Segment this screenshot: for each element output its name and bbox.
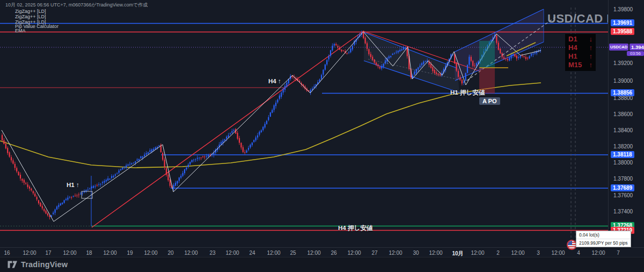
- price-level-badge: 1.39588: [611, 28, 634, 35]
- time-tick: 18: [77, 250, 101, 256]
- up-arrow-icon: ↑: [589, 44, 593, 52]
- tradingview-logo[interactable]: TradingView: [8, 260, 68, 269]
- price-tick: 1.39000: [609, 78, 644, 84]
- time-tick: 17: [36, 250, 60, 256]
- price-level-badge: 1.37689: [611, 184, 634, 191]
- tradingview-logo-text: TradingView: [21, 260, 68, 269]
- annotation-label[interactable]: H4 押し安値: [338, 224, 372, 232]
- time-tick: 16: [0, 250, 19, 256]
- time-axis[interactable]: 1612:001712:001812:001912:002012:002312:…: [0, 247, 644, 257]
- current-price-badge: USDCAD1.3940003:56: [609, 44, 644, 56]
- price-tick: 1.38400: [609, 127, 644, 133]
- legend-item[interactable]: EMA: [15, 28, 26, 33]
- bar-countdown: 03:56: [627, 51, 644, 56]
- tooltip-lot-size: 0.04 lot(s): [576, 231, 631, 239]
- annotation-label[interactable]: H1 ↑: [67, 182, 79, 188]
- mtf-trend-panel[interactable]: D1↓H4↑H1↑M15↑: [565, 34, 596, 71]
- mtf-row-m15: M15↑: [568, 61, 592, 69]
- creation-note: 10月 02, 2025 06:56 UTC+7, m0607366がTradi…: [5, 2, 148, 9]
- tradingview-chart-window: 10月 02, 2025 06:56 UTC+7, m0607366がTradi…: [0, 0, 644, 272]
- mtf-timeframe: H1: [568, 52, 577, 61]
- legend-item[interactable]: ZigZag++ [LD]: [15, 9, 46, 14]
- mtf-timeframe: D1: [568, 35, 577, 44]
- time-tick: 24: [240, 250, 264, 256]
- tooltip-pip-value: 2109.99JPY per 50 pips: [576, 239, 631, 247]
- mtf-row-d1: D1↓: [568, 35, 592, 44]
- chart-pane[interactable]: [0, 0, 608, 247]
- price-axis[interactable]: 1.398001.396911.39588USDCAD1.3940003:561…: [608, 0, 644, 247]
- time-tick: 25: [281, 250, 305, 256]
- bear-flag-shade: [364, 32, 459, 92]
- mtf-row-h4: H4↑: [568, 44, 592, 52]
- mtf-timeframe: H4: [568, 44, 577, 52]
- mtf-timeframe: M15: [568, 61, 582, 69]
- price-tick: 1.38800: [609, 95, 644, 101]
- price-tick: 1.38600: [609, 111, 644, 117]
- up-arrow-icon: ↑: [589, 52, 593, 61]
- chart-canvas[interactable]: [0, 0, 608, 247]
- time-tick: 7: [606, 250, 630, 256]
- mtf-row-h1: H1↑: [568, 52, 592, 61]
- price-tick: 1.37400: [609, 209, 644, 214]
- time-tick: 19: [118, 250, 142, 256]
- symbol-watermark: USD/CAD H1: [547, 12, 613, 26]
- price-tick: 1.37600: [609, 192, 644, 198]
- pip-value-tooltip: 0.04 lot(s) 2109.99JPY per 50 pips: [576, 231, 631, 247]
- uptrend-line: [92, 31, 363, 227]
- price-level-badge: 1.39691: [611, 19, 634, 26]
- symbol-badge: USDCAD: [609, 44, 628, 51]
- price-tick: 1.38200: [609, 144, 644, 149]
- price-tick: 1.37800: [609, 176, 644, 182]
- annotation-badge[interactable]: A PO: [479, 97, 500, 105]
- last-price: 1.39400: [630, 44, 644, 51]
- up-arrow-icon: ↑: [589, 61, 593, 69]
- legend-item[interactable]: ZigZag++ [LD]: [15, 14, 46, 19]
- price-level-badge: 1.38118: [611, 151, 634, 158]
- time-tick: 12:00: [424, 250, 448, 256]
- price-tick: 1.39800: [609, 6, 644, 12]
- tradingview-logo-icon: [8, 260, 18, 269]
- annotation-label[interactable]: H1 押し安値: [450, 89, 485, 97]
- swing-marker-box: [82, 191, 92, 198]
- price-tick: 1.38000: [609, 160, 644, 166]
- price-tick: 1.39200: [609, 60, 644, 66]
- annotation-label[interactable]: H4 ↑: [268, 78, 281, 84]
- time-tick: 27: [363, 250, 386, 256]
- flag-canton: [568, 241, 572, 245]
- time-tick: 12:00: [179, 250, 203, 256]
- bottom-toolbar: TradingView: [0, 257, 644, 272]
- long-position-profit-box: [479, 41, 495, 68]
- down-arrow-icon: ↓: [589, 35, 593, 44]
